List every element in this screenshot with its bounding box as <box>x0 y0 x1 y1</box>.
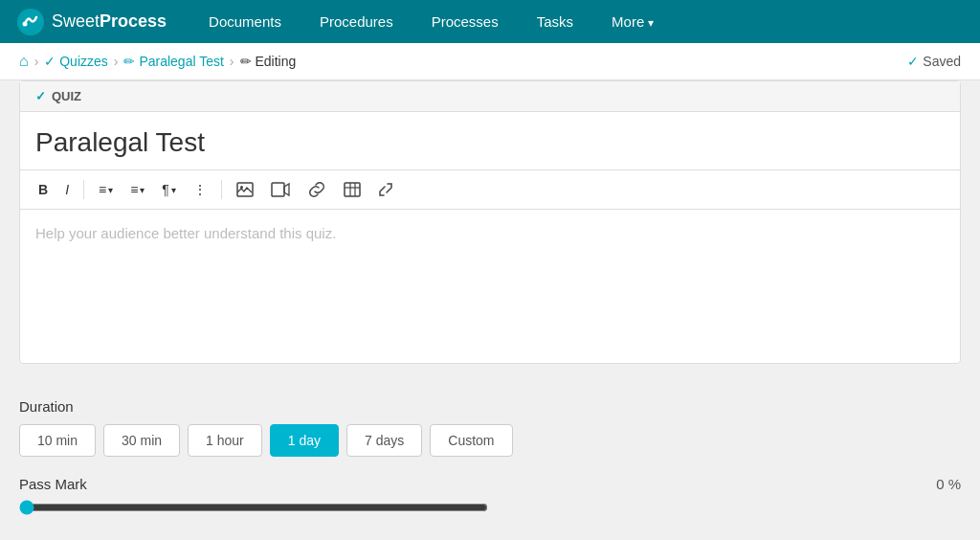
paragraph-button[interactable]: ¶ ▾ <box>155 178 183 201</box>
bold-button[interactable]: B <box>32 178 55 201</box>
table-button[interactable] <box>337 178 368 201</box>
svg-rect-5 <box>345 183 360 196</box>
duration-1day[interactable]: 1 day <box>270 424 339 457</box>
breadcrumb-sep-0: › <box>34 54 39 69</box>
saved-status: ✓ Saved <box>907 54 961 69</box>
italic-button[interactable]: I <box>58 178 76 201</box>
duration-buttons: 10 min 30 min 1 hour 1 day 7 days Custom <box>19 424 961 457</box>
duration-section: Duration 10 min 30 min 1 hour 1 day 7 da… <box>19 383 961 457</box>
duration-30min[interactable]: 30 min <box>103 424 180 457</box>
duration-custom[interactable]: Custom <box>430 424 512 457</box>
duration-10min[interactable]: 10 min <box>19 424 96 457</box>
toolbar-separator-2 <box>221 180 222 199</box>
nav-procedures[interactable]: Procedures <box>301 0 412 43</box>
svg-point-1 <box>23 21 28 26</box>
video-button[interactable] <box>264 178 297 201</box>
passmark-section: Pass Mark 0 % <box>19 457 961 519</box>
duration-7days[interactable]: 7 days <box>346 424 422 457</box>
breadcrumb-editing: ✏ Editing <box>240 54 297 69</box>
passmark-value: 0 % <box>936 476 961 492</box>
toolbar-separator-1 <box>83 180 84 199</box>
breadcrumb-home[interactable]: ⌂ <box>19 53 29 70</box>
duration-1hour[interactable]: 1 hour <box>188 424 262 457</box>
pencil-icon: ✏ <box>123 54 139 69</box>
duration-label: Duration <box>19 398 961 415</box>
passmark-header: Pass Mark 0 % <box>19 476 961 492</box>
svg-rect-4 <box>272 183 284 196</box>
svg-point-0 <box>17 9 44 35</box>
breadcrumb-bar: ⌂ › ✓ Quizzes › ✏ Paralegal Test › ✏ Edi… <box>0 43 980 80</box>
brand-name: SweetProcess <box>52 11 167 32</box>
ordered-list-button[interactable]: ≡ ▾ <box>92 178 120 201</box>
main-content: ✓ QUIZ B I ≡ ▾ ≡ ▾ ¶ ▾ ⋮ <box>0 80 980 538</box>
saved-label: Saved <box>923 54 961 69</box>
quiz-title-input[interactable] <box>20 112 960 170</box>
svg-point-3 <box>240 186 243 189</box>
nav-more[interactable]: More <box>592 0 673 43</box>
top-nav: SweetProcess Documents Procedures Proces… <box>0 0 980 43</box>
nav-documents[interactable]: Documents <box>189 0 301 43</box>
expand-button[interactable] <box>371 178 400 201</box>
quiz-check-icon: ✓ <box>35 89 46 103</box>
quiz-header: ✓ QUIZ <box>20 81 960 112</box>
slider-container <box>19 500 961 519</box>
breadcrumb-paralegal-test[interactable]: ✏ Paralegal Test <box>123 54 223 69</box>
saved-check-icon: ✓ <box>907 54 919 69</box>
editor-body[interactable]: Help your audience better understand thi… <box>20 210 960 363</box>
editor-placeholder: Help your audience better understand thi… <box>35 225 336 241</box>
image-button[interactable] <box>230 178 260 201</box>
quiz-section-label: QUIZ <box>52 89 81 103</box>
quiz-section: ✓ QUIZ B I ≡ ▾ ≡ ▾ ¶ ▾ ⋮ <box>19 80 961 364</box>
more-options-button[interactable]: ⋮ <box>187 178 213 201</box>
passmark-label: Pass Mark <box>19 476 87 492</box>
breadcrumb: ⌂ › ✓ Quizzes › ✏ Paralegal Test › ✏ Edi… <box>19 53 296 70</box>
nav-processes[interactable]: Processes <box>412 0 518 43</box>
brand-logo[interactable]: SweetProcess <box>15 7 167 37</box>
unordered-list-button[interactable]: ≡ ▾ <box>123 178 151 201</box>
nav-tasks[interactable]: Tasks <box>518 0 592 43</box>
nav-links: Documents Procedures Processes Tasks Mor… <box>189 0 673 43</box>
link-button[interactable] <box>301 178 333 201</box>
chevron-down-icon <box>648 13 654 30</box>
breadcrumb-sep-2: › <box>230 54 234 69</box>
passmark-slider[interactable] <box>19 500 488 515</box>
breadcrumb-quizzes[interactable]: ✓ Quizzes <box>44 54 107 69</box>
editing-pencil-icon: ✏ <box>240 54 256 69</box>
breadcrumb-sep-1: › <box>114 54 119 69</box>
quizzes-check-icon: ✓ <box>44 54 59 69</box>
editor-toolbar: B I ≡ ▾ ≡ ▾ ¶ ▾ ⋮ <box>20 170 960 210</box>
